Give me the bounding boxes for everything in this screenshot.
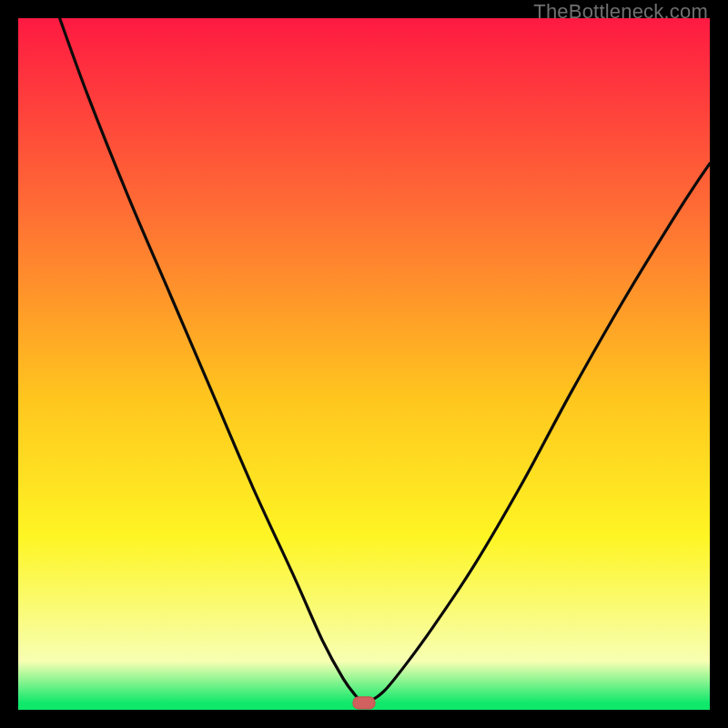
bottleneck-chart [18,18,710,710]
chart-frame [18,18,710,710]
optimum-marker [353,697,375,709]
gradient-background [18,18,710,710]
watermark-text: TheBottleneck.com [533,0,708,24]
